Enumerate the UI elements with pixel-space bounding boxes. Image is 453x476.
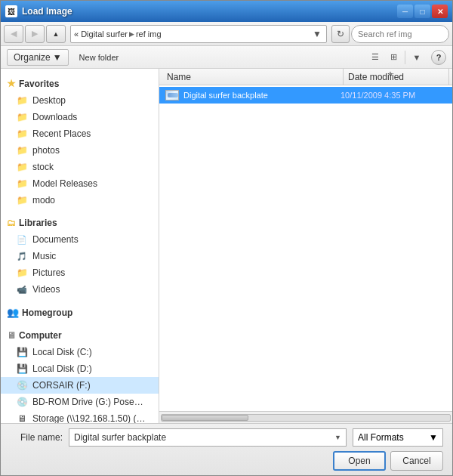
sidebar-item-stock[interactable]: 📁 stock: [1, 159, 159, 175]
sidebar-item-label-stock: stock: [32, 162, 54, 172]
organize-button[interactable]: Organize ▼: [7, 49, 69, 66]
sidebar-item-model-releases[interactable]: 📁 Model Releases: [1, 175, 159, 192]
file-item-date-0: 10/11/2009 4:35 PM: [341, 91, 446, 100]
file-item-0[interactable]: Digital surfer backplate 10/11/2009 4:35…: [159, 87, 452, 104]
music-icon: 🎵: [16, 250, 28, 262]
sidebar-item-drive-c[interactable]: 💾 Local Disk (C:): [1, 344, 159, 360]
window-controls: ─ □ ✕: [397, 5, 448, 18]
address-toolbar: ◀ ▶ ▲ « Digital surfer ▶ ref img ▼ ↻ 🔍: [1, 22, 452, 46]
filename-input[interactable]: Digital surfer backplate ▼: [69, 428, 347, 447]
sidebar-item-label-downloads: Downloads: [32, 112, 77, 122]
sidebar-item-label-documents: Documents: [32, 234, 79, 245]
sidebar-item-label-drive-z: Storage (\\192.168.1.50) (Z:): [32, 413, 146, 423]
search-input[interactable]: [358, 29, 453, 39]
address-segment-root: « Digital surfer: [74, 29, 128, 39]
libraries-header: 🗂 Libraries: [1, 215, 159, 231]
close-button[interactable]: ✕: [432, 5, 448, 18]
sidebar-item-label-pictures: Pictures: [32, 267, 65, 278]
horizontal-scrollbar[interactable]: [159, 411, 452, 423]
libraries-label: Libraries: [19, 218, 57, 228]
favorites-star-icon: ★: [7, 78, 16, 89]
homegroup-header: 👥 Homegroup: [1, 304, 159, 321]
h-scroll-track: [161, 414, 451, 422]
sidebar-item-label-drive-c: Local Disk (C:): [32, 347, 92, 357]
sidebar-item-label-music: Music: [32, 251, 56, 261]
sidebar-item-label-videos: Videos: [32, 284, 60, 295]
main-content: ★ Favorites 📁 Desktop 📁 Downloads 📁 Rece…: [1, 69, 452, 423]
sidebar-item-label-drive-d: Local Disk (D:): [32, 363, 92, 374]
sidebar: ★ Favorites 📁 Desktop 📁 Downloads 📁 Rece…: [1, 69, 159, 423]
sidebar-item-recent[interactable]: 📁 Recent Places: [1, 125, 159, 142]
title-bar: 🖼 Load Image ─ □ ✕: [1, 1, 452, 22]
filename-row: File name: Digital surfer backplate ▼ Al…: [10, 428, 443, 447]
view-details-button[interactable]: ☰: [367, 49, 384, 66]
file-list: ▲ Name Date modified Digital surfer back…: [159, 69, 452, 411]
sidebar-section-homegroup: 👥 Homegroup: [1, 304, 159, 321]
sidebar-item-label-photos: photos: [32, 145, 60, 156]
search-bar[interactable]: 🔍: [351, 25, 449, 43]
sidebar-item-label-drive-f: CORSAIR (F:): [32, 380, 91, 391]
up-button[interactable]: ▲: [46, 25, 66, 43]
forward-button[interactable]: ▶: [25, 25, 45, 43]
sidebar-item-photos[interactable]: 📁 photos: [1, 142, 159, 159]
modo-icon: 📁: [16, 194, 28, 206]
sidebar-item-documents[interactable]: 📄 Documents: [1, 231, 159, 248]
desktop-icon: 📁: [16, 94, 28, 107]
address-segment-folder: ref img: [136, 29, 162, 39]
favorites-label: Favorites: [19, 79, 59, 89]
organize-label: Organize: [14, 52, 51, 63]
sidebar-item-drive-g[interactable]: 💿 BD-ROM Drive (G:) Poser Pro: [1, 394, 159, 410]
format-label: All Formats: [358, 432, 404, 443]
sidebar-item-drive-z[interactable]: 🖥 Storage (\\192.168.1.50) (Z:): [1, 410, 159, 423]
photos-icon: 📁: [16, 144, 28, 156]
filename-label: File name:: [10, 432, 63, 443]
drive-c-icon: 💾: [16, 346, 28, 358]
window-icon: 🖼: [5, 5, 17, 17]
sidebar-item-desktop[interactable]: 📁 Desktop: [1, 92, 159, 109]
computer-icon: 🖥: [7, 330, 16, 341]
drive-z-icon: 🖥: [16, 413, 28, 423]
format-arrow: ▼: [429, 432, 438, 443]
sidebar-item-label-model-releases: Model Releases: [32, 178, 97, 189]
address-sep1: ▶: [129, 30, 134, 38]
filename-dropdown-arrow: ▼: [334, 434, 341, 441]
sidebar-item-videos[interactable]: 📹 Videos: [1, 281, 159, 298]
drive-g-icon: 💿: [16, 396, 28, 408]
second-toolbar: Organize ▼ New folder ☰ ⊞ ▼ ?: [1, 46, 452, 69]
sidebar-section-computer: 🖥 Computer 💾 Local Disk (C:) 💾 Local Dis…: [1, 327, 159, 423]
new-folder-button[interactable]: New folder: [75, 49, 124, 66]
sidebar-section-favorites: ★ Favorites 📁 Desktop 📁 Downloads 📁 Rece…: [1, 75, 159, 209]
sidebar-item-downloads[interactable]: 📁 Downloads: [1, 109, 159, 125]
sidebar-item-modo[interactable]: 📁 modo: [1, 192, 159, 209]
homegroup-icon: 👥: [7, 307, 19, 318]
sidebar-item-label-desktop: Desktop: [32, 95, 66, 106]
file-item-icon-0: [165, 89, 180, 101]
format-select[interactable]: All Formats ▼: [353, 428, 443, 447]
minimize-button[interactable]: ─: [397, 5, 413, 18]
sidebar-item-pictures[interactable]: 📁 Pictures: [1, 264, 159, 281]
videos-icon: 📹: [16, 283, 28, 295]
computer-label: Computer: [19, 330, 62, 341]
view-icons-button[interactable]: ⊞: [385, 49, 402, 66]
cancel-button[interactable]: Cancel: [390, 451, 443, 471]
sidebar-item-drive-f[interactable]: 💿 CORSAIR (F:): [1, 377, 159, 394]
file-list-body: Digital surfer backplate 10/11/2009 4:35…: [159, 85, 452, 411]
homegroup-label: Homegroup: [22, 308, 72, 318]
drive-d-icon: 💾: [16, 363, 28, 375]
back-button[interactable]: ◀: [4, 25, 23, 43]
downloads-icon: 📁: [16, 111, 28, 123]
help-button[interactable]: ?: [431, 50, 446, 65]
model-releases-icon: 📁: [16, 178, 28, 190]
h-scroll-thumb[interactable]: [162, 415, 248, 421]
sidebar-section-libraries: 🗂 Libraries 📄 Documents 🎵 Music 📁 Pictur…: [1, 215, 159, 298]
view-toggle-button[interactable]: ▼: [408, 49, 425, 66]
refresh-button[interactable]: ↻: [331, 25, 350, 43]
address-bar[interactable]: « Digital surfer ▶ ref img ▼: [70, 25, 327, 43]
address-dropdown-button[interactable]: ▼: [311, 29, 323, 39]
open-button[interactable]: Open: [333, 451, 386, 471]
computer-header: 🖥 Computer: [1, 327, 159, 344]
organize-arrow: ▼: [53, 52, 62, 63]
maximize-button[interactable]: □: [414, 5, 430, 18]
sidebar-item-music[interactable]: 🎵 Music: [1, 248, 159, 264]
sidebar-item-drive-d[interactable]: 💾 Local Disk (D:): [1, 360, 159, 377]
